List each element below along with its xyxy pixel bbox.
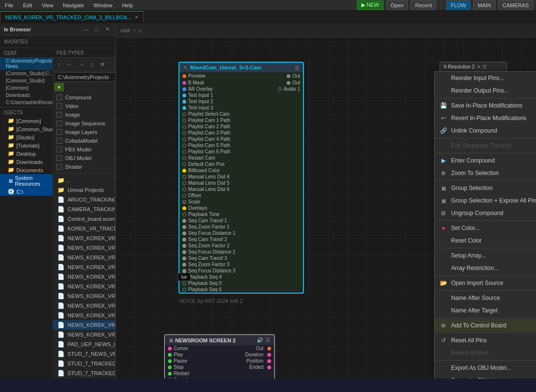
project-system-resources[interactable]: 🖥System Resources [0, 174, 53, 188]
ctx-reset-color[interactable]: Reset Color [435, 234, 536, 247]
ctx-save-inplace[interactable]: 💾 Save In-Place Modifications [435, 99, 536, 112]
ctx-ungroup[interactable]: ⊞ Ungroup Compound Ctrl+Shift+G [435, 207, 536, 219]
ctx-unlink[interactable]: 🔗 Unlink Compound [435, 124, 536, 137]
file-camera[interactable]: 📄 CAMERA_TRACKIN... [53, 204, 115, 214]
recent-path-1[interactable]: [Common_Studio]:C:...\MixedCam_Unreal [0, 70, 53, 77]
main-button[interactable]: MAIN [473, 0, 495, 10]
recent-button[interactable]: Recent [411, 0, 436, 10]
file-news-9[interactable]: 📄 NEWS_KOREK_VR_... [53, 311, 115, 320]
file-stud-4[interactable]: 📄 STUD_7_VR_TRACK... [53, 378, 115, 378]
menu-window[interactable]: Window [92, 1, 114, 9]
file-news-4[interactable]: 📄 NEWS_KOREK_VR_... [53, 262, 115, 272]
file-control-board[interactable]: 📄 Control_board.xcomp [53, 214, 115, 224]
ft-checkbox-image[interactable] [56, 112, 62, 118]
ft-collada[interactable]: ColladaModel [53, 136, 115, 145]
open-button[interactable]: Open [386, 0, 408, 10]
ft-image-sequence[interactable]: Image Sequence [53, 119, 115, 128]
file-news-11[interactable]: 📄 NEWS_KOREK_VR_... [53, 330, 115, 339]
tab-close-icon[interactable]: ✕ [135, 14, 138, 20]
file-korek[interactable]: 📄 KOREK_VR_TRACKE... [53, 224, 115, 233]
ft-video[interactable]: Video [53, 102, 115, 110]
ft-checkbox-compound[interactable] [56, 95, 62, 100]
file-aruco[interactable]: 📄 ARUCO_TRACKING... [53, 195, 115, 204]
ctx-array-restriction[interactable]: Array Restriction... [435, 262, 536, 274]
ft-image[interactable]: Image [53, 110, 115, 119]
file-news-5[interactable]: 📄 NEWS_KOREK_VR_... [53, 272, 115, 282]
ft-obj[interactable]: OBJ Model [53, 154, 115, 162]
recent-path-3[interactable]: [Common]: [0, 84, 53, 92]
panel-close-btn[interactable]: ✕ [103, 26, 111, 33]
ft-checkbox-image-layers[interactable] [56, 129, 62, 135]
file-stud-3[interactable]: 📄 STUD_7_TRACKED_... [53, 368, 115, 378]
nav-home-btn[interactable]: ⌂ [89, 60, 96, 69]
project-c-drive[interactable]: 💽C:\ [0, 188, 53, 196]
node-graph[interactable]: root > ⌂ [116, 23, 536, 378]
file-news-1[interactable]: 📄 NEWS_KOREK_VR_... [53, 233, 115, 243]
ft-checkbox-image-sequence[interactable] [56, 121, 62, 126]
file-stud-1[interactable]: 📄 STUD_7_NEWS_VR... [53, 349, 115, 359]
new-button[interactable]: ▶ NEW [357, 0, 384, 10]
newsroom-node[interactable]: ▣ NEWSROOM SCREEN 2 🔊 ☰ Cursor Play Paus… [164, 334, 275, 378]
project-common[interactable]: 📁[Common] [0, 117, 53, 125]
menu-edit[interactable]: Edit [21, 1, 34, 9]
ft-checkbox-collada[interactable] [56, 138, 62, 144]
file-news-10[interactable]: 📄 NEWS_KOREK_VR_V... [53, 320, 115, 330]
project-tutorials[interactable]: 📁[Tutorials] [0, 141, 53, 149]
breadcrumb-home-btn[interactable]: ⌂ [139, 27, 142, 33]
ctx-reset-all-pins[interactable]: ↺ Reset All Pins Ctrl+Q [435, 334, 536, 347]
file-news-8[interactable]: 📄 NEWS_KOREK_VR_... [53, 301, 115, 311]
ft-checkbox-fbx[interactable] [56, 147, 62, 152]
ctx-group-sel[interactable]: ▦ Group Selection Ctrl+G [435, 182, 536, 194]
ft-image-layers[interactable]: Image Layers [53, 128, 115, 136]
ctx-reorder-output[interactable]: Reorder Output Pins... [435, 84, 536, 97]
ctx-export-fbx[interactable]: Export As FBX Model... [435, 374, 536, 378]
project-studio[interactable]: 📁[Studio] [0, 133, 53, 141]
file-news-6[interactable]: 📄 NEWS_KOREK_VR_... [53, 282, 115, 291]
ft-shader[interactable]: Shader [53, 162, 115, 171]
newsroom-menu-icon[interactable]: ☰ [265, 337, 270, 343]
project-common-studio[interactable]: 📁[Common_Studio] [0, 125, 53, 133]
fb-favorite-btn[interactable]: ★ [55, 83, 64, 91]
ctx-group-expose[interactable]: ▦ Group Selection + Expose All Pins [435, 194, 536, 207]
menu-file[interactable]: File [3, 1, 15, 9]
fb-path-input[interactable] [55, 72, 115, 82]
node-menu-btn[interactable]: ☰ [295, 65, 299, 70]
menu-navigate[interactable]: Navigate [61, 1, 85, 9]
file-dotdot[interactable]: 📁 .. [53, 176, 115, 185]
file-news-3[interactable]: 📄 NEWS_KOREK_VR_... [53, 253, 115, 262]
ctx-zoom-selection[interactable]: ⊕ Zoom To Selection [435, 167, 536, 179]
file-news-2[interactable]: 📄 NEWS_KOREK_VR_... [53, 243, 115, 253]
menu-help[interactable]: Help [120, 1, 135, 9]
nav-forward-btn[interactable]: → [77, 60, 87, 69]
project-documents[interactable]: 📁Documents [0, 166, 53, 174]
recent-path-4[interactable]: Downloads: [0, 92, 53, 99]
ft-compound[interactable]: Compound [53, 93, 115, 102]
ctx-open-import[interactable]: 📂 Open Import Source [435, 277, 536, 289]
flow-button[interactable]: FLOW [446, 0, 470, 10]
breadcrumb-root[interactable]: root [121, 27, 130, 33]
ctx-name-after-target[interactable]: Name After Target Ctrl+Shift+M [435, 304, 536, 317]
recent-path-2[interactable]: [Common_Studio]: [0, 77, 53, 84]
main-compound-node[interactable]: ✎ MixedCam_Unreal_3+3-Cam ☰ Preview Out [179, 62, 304, 294]
file-pad[interactable]: 📄 PAD_UEP_NEWS_0... [53, 339, 115, 349]
tab-active[interactable]: NEWS_KOREK_VR_TRACKED_CAM_3_BILLBOA... ✕ [0, 11, 144, 23]
project-downloads[interactable]: 📁Downloads [0, 158, 53, 166]
recent-path-5[interactable]: C:\Users\ashle\Recordings [0, 99, 53, 106]
ctx-revert-inplace[interactable]: ↩ Revert In-Place Modifications [435, 112, 536, 124]
menu-view[interactable]: View [40, 1, 55, 9]
ft-fbx[interactable]: FBX Model [53, 145, 115, 154]
ctx-export-obj[interactable]: Export As OBJ Model... [435, 362, 536, 374]
ft-checkbox-video[interactable] [56, 103, 62, 109]
newsroom-sound-icon[interactable]: 🔊 [257, 337, 263, 343]
ft-checkbox-shader[interactable] [56, 164, 62, 170]
ctx-enter-compound[interactable]: ▶ Enter Compound [435, 154, 536, 167]
ctx-setup-array[interactable]: Setup Array... [435, 249, 536, 262]
cameras-button[interactable]: CAMERAS [498, 0, 533, 10]
ctx-reorder-input[interactable]: Reorder Input Pins... [435, 72, 536, 84]
file-unreal-projects[interactable]: 📁 Unreal Projects [53, 185, 115, 195]
nav-up-btn[interactable]: ↑ [55, 60, 63, 69]
file-stud-2[interactable]: 📄 STUD_7_TRACKED_... [53, 359, 115, 368]
nav-back-btn[interactable]: ← [65, 60, 75, 69]
res-menu-btn[interactable]: ☰ [482, 64, 487, 69]
file-news-7[interactable]: 📄 NEWS_KOREK_VR_... [53, 291, 115, 301]
